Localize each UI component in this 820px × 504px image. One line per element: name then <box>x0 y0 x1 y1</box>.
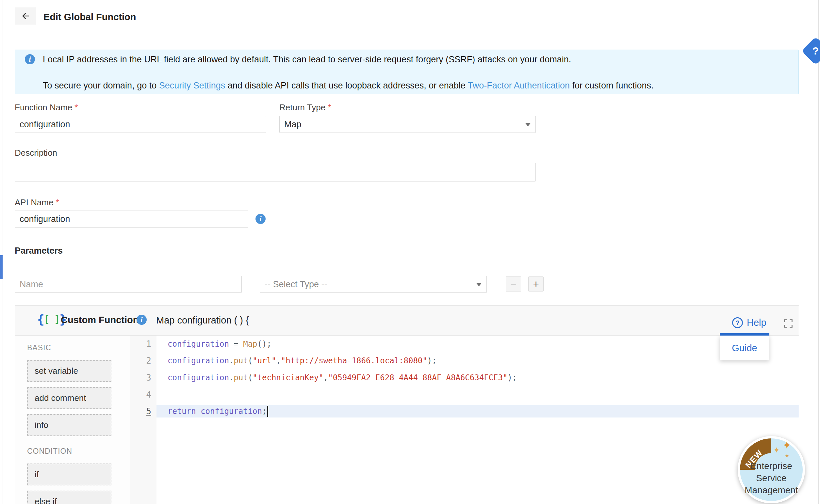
star-icon: ✦ <box>773 446 780 455</box>
banner-line2-post: for custom functions. <box>570 81 654 90</box>
return-type-value: Map <box>284 119 302 130</box>
back-arrow-icon <box>21 11 30 21</box>
help-label: Help <box>747 317 766 328</box>
line-number-gutter: 12345 <box>130 336 156 504</box>
api-name-label: API Name* <box>15 197 59 208</box>
custom-function-editor: {[ ]} Custom Function i Map configuratio… <box>15 305 799 504</box>
editor-palette: BASICset variableadd commentinfoCONDITIO… <box>15 336 130 504</box>
parameter-name-input[interactable] <box>15 276 242 293</box>
badge-text-line: Service <box>740 472 803 484</box>
chevron-down-icon <box>525 123 531 126</box>
star-icon: ✦ <box>782 439 791 451</box>
info-icon: i <box>25 54 35 64</box>
badge-text-line: Management <box>740 484 803 496</box>
help-button[interactable]: ? Help <box>732 317 766 328</box>
edit-global-function-page: Edit Global Function i Local IP addresse… <box>0 0 820 504</box>
code-line-3[interactable]: configuration.put("technicianKey","05949… <box>156 369 799 386</box>
description-label: Description <box>15 148 57 158</box>
code-line-5[interactable]: return configuration; <box>156 403 799 420</box>
help-guide-menu[interactable]: Guide <box>720 336 769 360</box>
text-cursor <box>267 406 268 417</box>
banner-line2-pre: To secure your domain, go to <box>43 81 159 90</box>
palette-section-label: CONDITION <box>27 447 130 456</box>
left-border-line <box>3 0 3 504</box>
code-area[interactable]: configuration = Map();configuration.put(… <box>156 336 799 504</box>
two-factor-authentication-link[interactable]: Two-Factor Authentication <box>468 81 570 90</box>
add-parameter-button[interactable]: + <box>528 276 544 291</box>
parameters-divider <box>15 263 799 263</box>
editor-title: Custom Function <box>61 315 138 325</box>
parameter-type-select[interactable]: -- Select Type -- <box>260 276 487 293</box>
question-icon: ? <box>812 45 819 57</box>
side-help-tab[interactable]: ? <box>801 37 820 65</box>
back-button[interactable] <box>15 7 36 25</box>
palette-item-add-comment[interactable]: add comment <box>27 387 111 409</box>
header-divider <box>9 35 798 35</box>
chevron-down-icon <box>476 283 482 286</box>
return-type-label: Return Type* <box>279 102 331 113</box>
help-active-underline <box>720 333 769 336</box>
minus-icon: − <box>510 278 516 290</box>
function-name-label: Function Name* <box>15 102 78 113</box>
line-number: 3 <box>130 369 156 386</box>
fullscreen-expand-icon[interactable] <box>783 318 794 329</box>
palette-item-if[interactable]: if <box>27 464 111 485</box>
badge-text-line: Enterprise <box>740 460 803 472</box>
api-name-input[interactable] <box>15 211 248 228</box>
plus-icon: + <box>533 278 539 290</box>
return-type-select[interactable]: Map <box>279 116 536 133</box>
parameter-type-placeholder: -- Select Type -- <box>265 279 327 290</box>
palette-section-label: BASIC <box>27 343 130 352</box>
right-border-line <box>818 0 819 504</box>
required-asterisk: * <box>56 197 59 207</box>
badge-text: Enterprise Service Management <box>740 460 803 496</box>
code-line-2[interactable]: configuration.put("url","http://swetha-1… <box>156 353 799 370</box>
code-line-1[interactable]: configuration = Map(); <box>156 336 799 353</box>
description-textarea[interactable] <box>15 163 536 181</box>
function-name-input[interactable] <box>15 116 266 133</box>
line-number: 5 <box>130 403 156 420</box>
page-title: Edit Global Function <box>43 12 136 23</box>
banner-line2-mid: and disable API calls that use loopback … <box>225 81 468 90</box>
line-number: 2 <box>130 353 156 370</box>
required-asterisk: * <box>74 102 78 112</box>
editor-info-icon[interactable]: i <box>136 315 147 325</box>
left-scroll-indicator <box>0 255 3 279</box>
palette-item-set-variable[interactable]: set variable <box>27 360 111 382</box>
function-signature: Map configuration ( ) { <box>156 315 249 326</box>
help-question-icon: ? <box>732 317 743 328</box>
line-number: 4 <box>130 386 156 403</box>
banner-text-line2: To secure your domain, go to Security Se… <box>43 81 654 91</box>
line-number: 1 <box>130 336 156 353</box>
required-asterisk: * <box>328 102 331 112</box>
security-settings-link[interactable]: Security Settings <box>159 81 226 90</box>
parameters-heading: Parameters <box>15 246 63 256</box>
palette-item-else-if[interactable]: else if <box>27 491 111 504</box>
enterprise-service-management-badge[interactable]: NEW ✦ ✦ ✦ Enterprise Service Management <box>738 436 805 503</box>
palette-item-info[interactable]: info <box>27 414 111 436</box>
banner-text-line1: Local IP addresses in the URL field are … <box>43 55 571 65</box>
guide-menu-item[interactable]: Guide <box>732 343 757 354</box>
api-name-info-icon[interactable]: i <box>256 214 266 224</box>
code-line-4[interactable] <box>156 386 799 403</box>
remove-parameter-button[interactable]: − <box>506 276 521 291</box>
star-icon: ✦ <box>784 452 790 460</box>
